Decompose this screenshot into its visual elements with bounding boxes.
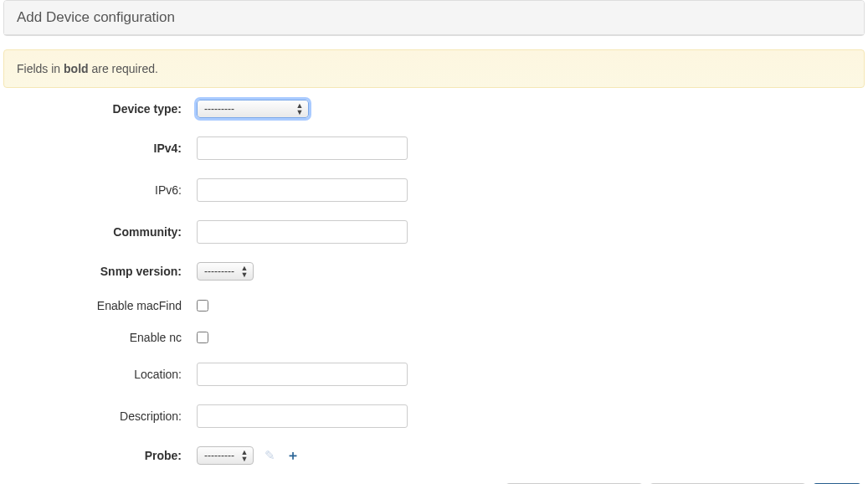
chevron-updown-icon: ▲▼	[239, 449, 249, 462]
alert-suffix: are required.	[89, 62, 158, 75]
label-enable-nc: Enable nc	[0, 331, 197, 344]
required-fields-alert: Fields in bold are required.	[3, 49, 865, 88]
enable-macfind-checkbox[interactable]	[197, 300, 208, 312]
row-enable-macfind: Enable macFind	[0, 299, 868, 312]
alert-prefix: Fields in	[17, 62, 64, 75]
label-ipv4: IPv4:	[0, 142, 197, 155]
row-probe: Probe: --------- ▲▼ ✎ ＋	[0, 446, 868, 465]
row-snmp-version: Snmp version: --------- ▲▼	[0, 262, 868, 281]
snmp-version-selected: ---------	[204, 265, 234, 277]
location-input[interactable]	[197, 363, 408, 386]
snmp-version-select[interactable]: --------- ▲▼	[197, 262, 254, 281]
row-community: Community:	[0, 220, 868, 244]
row-ipv6: IPv6:	[0, 178, 868, 202]
label-ipv6: IPv6:	[0, 183, 197, 197]
label-snmp-version: Snmp version:	[0, 265, 197, 278]
device-type-select[interactable]: --------- ▲▼	[197, 100, 309, 118]
row-ipv4: IPv4:	[0, 136, 868, 160]
row-description: Description:	[0, 404, 868, 428]
community-input[interactable]	[197, 220, 408, 244]
label-device-type: Device type:	[0, 102, 197, 116]
label-enable-macfind: Enable macFind	[0, 299, 197, 312]
label-probe: Probe:	[0, 449, 197, 462]
label-description: Description:	[0, 409, 197, 423]
enable-nc-checkbox[interactable]	[197, 332, 208, 343]
chevron-updown-icon: ▲▼	[239, 265, 249, 278]
alert-bold: bold	[64, 62, 89, 75]
row-device-type: Device type: --------- ▲▼	[0, 100, 868, 118]
probe-selected: ---------	[204, 450, 234, 461]
row-location: Location:	[0, 363, 868, 386]
ipv6-input[interactable]	[197, 178, 408, 202]
label-community: Community:	[0, 225, 197, 239]
label-location: Location:	[0, 368, 197, 381]
device-config-form: Device type: --------- ▲▼ IPv4: IPv6: Co…	[0, 88, 868, 465]
ipv4-input[interactable]	[197, 136, 408, 160]
probe-select[interactable]: --------- ▲▼	[197, 446, 254, 465]
chevron-updown-icon: ▲▼	[295, 102, 305, 116]
plus-icon[interactable]: ＋	[285, 448, 300, 463]
page-panel: Add Device configuration	[3, 0, 865, 36]
page-title: Add Device configuration	[4, 1, 864, 35]
row-enable-nc: Enable nc	[0, 331, 868, 344]
description-input[interactable]	[197, 404, 408, 428]
device-type-selected: ---------	[204, 103, 234, 115]
edit-icon[interactable]: ✎	[262, 448, 277, 463]
